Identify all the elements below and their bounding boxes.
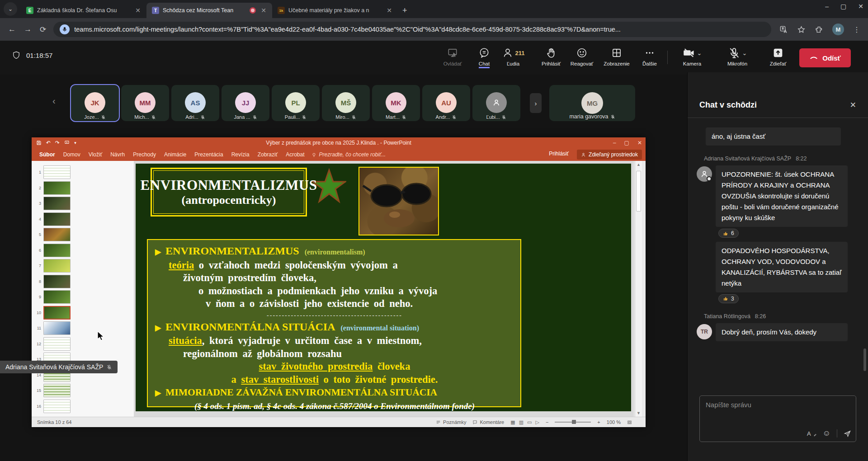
tellme-label[interactable]: Prezradte, čo chcete robiť... [319, 151, 386, 158]
participant-tile-featured[interactable]: MGmaria gavorova [549, 85, 635, 121]
participant-tile[interactable]: Ľubi... [472, 85, 520, 121]
url-bar[interactable]: teams.microsoft.com/light-meetings/launc… [53, 22, 771, 37]
tab-close-icon[interactable]: ✕ [385, 6, 393, 14]
shared-resource-badge[interactable]: Zdieľaný prostriedok [577, 150, 642, 160]
profile-avatar[interactable]: M [832, 24, 844, 35]
window-maximize-button[interactable]: ▢ [840, 3, 846, 10]
zoom-slider[interactable] [555, 422, 591, 423]
back-button[interactable]: ← [8, 25, 16, 34]
ribbon-tab-návrh[interactable]: Návrh [106, 149, 129, 160]
tab-close-icon[interactable]: ✕ [134, 6, 142, 14]
slide-thumbnail-11[interactable]: 11 [32, 320, 134, 336]
ppt-minimize-button[interactable]: – [613, 140, 616, 146]
slide-thumbnail-4[interactable]: 4 [32, 212, 134, 227]
scroll-up-icon[interactable]: ▲ [635, 162, 642, 167]
toolbar-button-mikrofón[interactable]: ⌄Mikrofón [722, 46, 752, 66]
url-text[interactable]: teams.microsoft.com/light-meetings/launc… [74, 26, 621, 33]
chevron-down-icon[interactable]: ⌄ [697, 50, 702, 56]
participant-tile[interactable]: AUAndr... [422, 85, 470, 121]
chat-compose-box[interactable]: Napíšte správu A ☺ [699, 395, 856, 442]
toolbar-button-reagovať[interactable]: Reagovať [567, 46, 597, 66]
site-mic-indicator-icon[interactable] [60, 24, 70, 34]
participant-tile[interactable]: JJJana ... [222, 85, 269, 121]
ppt-close-button[interactable]: ✕ [637, 140, 642, 146]
scroll-down-icon[interactable]: ▼ [635, 411, 642, 415]
leave-button[interactable]: Odísť [799, 48, 851, 67]
slide-thumbnail-6[interactable]: 6 [32, 243, 134, 258]
zoom-out-button[interactable]: − [546, 419, 548, 425]
scrollbar-thumb[interactable] [636, 171, 641, 212]
toolbar-button-zobrazenie[interactable]: Zobrazenie [602, 46, 632, 66]
chevron-down-icon[interactable]: ⌄ [742, 50, 747, 56]
slide-thumbnail-3[interactable]: 3 [32, 196, 134, 211]
ribbon-tab-revízia[interactable]: Revízia [227, 149, 254, 160]
ribbon-tab-prezentácia[interactable]: Prezentácia [190, 149, 227, 160]
reading-view-icon[interactable]: ▭ [527, 419, 532, 425]
comments-button[interactable]: Komentáre [472, 419, 504, 425]
slide-thumbnail-7[interactable]: 7 [32, 258, 134, 273]
ribbon-tab-domov[interactable]: Domov [59, 149, 85, 160]
ppt-restore-button[interactable]: ▢ [624, 140, 629, 146]
slideshow-view-icon[interactable]: ▷ [535, 419, 539, 425]
notes-button[interactable]: Poznámky [436, 419, 466, 425]
slide-thumbnail-16[interactable]: 16 [32, 399, 134, 414]
normal-view-icon[interactable]: ▦ [510, 419, 515, 425]
reaction-chip[interactable]: 3 [718, 294, 739, 303]
chat-close-icon[interactable]: ✕ [850, 100, 856, 110]
tab-close-icon[interactable]: ✕ [259, 6, 268, 14]
toolbar-button-kamera[interactable]: ⌄Kamera [677, 46, 707, 66]
slide-thumbnail-12[interactable]: 12 [32, 336, 134, 352]
browser-tab-3[interactable]: 1kUčebné materiály pre žiakov a n✕ [272, 3, 398, 18]
new-tab-button[interactable]: + [402, 6, 407, 15]
tab-search-button[interactable]: ⌄ [4, 2, 17, 16]
zoom-level[interactable]: 100 % [607, 419, 621, 425]
browser-tab-1[interactable]: EZákladná škola Dr. Štefana Osu✕ [21, 3, 146, 18]
emoji-icon[interactable]: ☺ [823, 429, 830, 438]
ribbon-tab-súbor[interactable]: Súbor [35, 149, 59, 160]
toolbar-button-prihlásiť[interactable]: Prihlásiť [536, 46, 566, 66]
toolbar-button-chat[interactable]: Chat [469, 46, 499, 68]
ribbon-tab-animácie[interactable]: Animácie [160, 149, 190, 160]
toolbar-button-ďalšie[interactable]: Ďalšie [635, 46, 665, 66]
bookmark-star-icon[interactable] [797, 25, 806, 34]
participant-tile[interactable]: MKMart... [372, 85, 420, 121]
window-minimize-button[interactable]: – [825, 3, 829, 10]
ribbon-tab-vložiť[interactable]: Vložiť [85, 149, 107, 160]
strip-prev-button[interactable]: ‹ [52, 96, 56, 106]
slide-thumbnail-2[interactable]: 2 [32, 180, 134, 196]
slide-thumbnail-1[interactable]: 1 [32, 165, 134, 180]
chat-scrollbar[interactable] [863, 348, 866, 371]
chat-input[interactable]: Napíšte správu [706, 401, 751, 409]
translate-icon[interactable] [779, 25, 788, 34]
participant-tile[interactable]: MMMich... [121, 85, 169, 121]
canvas-scrollbar[interactable]: ▲ ▼ [635, 161, 642, 417]
browser-tab-2[interactable]: TSchôdza cez Microsoft Tean✕ [146, 3, 272, 18]
extensions-icon[interactable] [815, 25, 823, 34]
strip-next-button[interactable]: › [530, 93, 542, 113]
send-icon[interactable] [844, 430, 851, 437]
slide-thumbnail-9[interactable]: 9 [32, 289, 134, 305]
participant-tile[interactable]: ASAdri... [171, 85, 219, 121]
zoom-in-button[interactable]: + [597, 419, 600, 425]
ribbon-tab-zobraziť[interactable]: Zobraziť [254, 149, 282, 160]
slide-thumbnail-15[interactable]: 15 [32, 383, 134, 398]
participant-tile[interactable]: JKJoze... [71, 85, 119, 121]
slide-thumbnail-10[interactable]: 10 [32, 305, 134, 320]
ribbon-tab-acrobat[interactable]: Acrobat [282, 149, 308, 160]
format-icon[interactable]: A [807, 430, 816, 437]
fit-slide-icon[interactable] [627, 420, 632, 425]
slide-thumbnail-5[interactable]: 5 [32, 227, 134, 242]
slide-thumbnail-8[interactable]: 8 [32, 274, 134, 289]
sorter-view-icon[interactable]: ▥ [519, 419, 524, 425]
window-close-button[interactable]: ✕ [858, 3, 863, 10]
forward-button[interactable]: → [24, 25, 32, 34]
toolbar-button-zdieľať[interactable]: Zdieľať [763, 46, 793, 66]
participant-tile[interactable]: MŠMiro... [322, 85, 370, 121]
ribbon-tab-prechody[interactable]: Prechody [129, 149, 160, 160]
reaction-chip[interactable]: 6 [718, 229, 739, 238]
toolbar-button-ľudia[interactable]: 211Ľudia [498, 46, 528, 66]
browser-menu-icon[interactable]: ⋮ [853, 25, 861, 34]
ppt-signin-link[interactable]: Prihlásiť [549, 151, 569, 157]
reload-button[interactable]: ⟳ [40, 25, 46, 34]
participant-tile[interactable]: PLPauli... [272, 85, 320, 121]
